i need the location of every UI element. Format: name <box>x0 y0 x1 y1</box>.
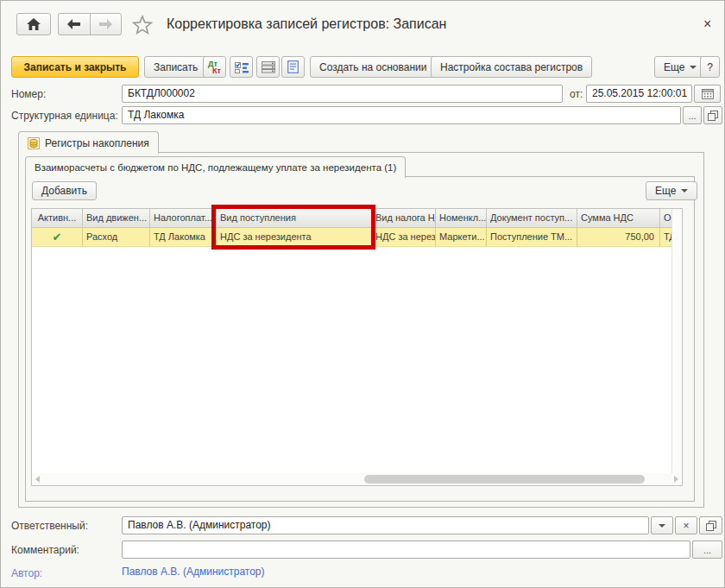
responsible-label: Ответственный: <box>11 517 88 535</box>
favorite-star-icon[interactable] <box>132 15 153 35</box>
author-label: Автор: <box>11 565 42 583</box>
back-arrow-icon <box>67 19 80 29</box>
register-list-button[interactable] <box>256 56 280 78</box>
tab-label: Взаиморасчеты с бюджетом по НДС, подлежа… <box>35 162 396 173</box>
tab-accumulation-registers[interactable]: Регистры накопления <box>18 131 159 154</box>
structural-unit-field[interactable]: ТД Лакомка <box>122 106 681 124</box>
column-header-vat-amount[interactable]: Сумма НДС <box>577 209 660 228</box>
help-button[interactable]: ? <box>700 56 720 78</box>
cell-movement-type[interactable]: Расход <box>83 228 150 247</box>
nav-group <box>58 13 122 35</box>
dt-kt-postings-button[interactable]: Дт Кт <box>203 56 226 78</box>
column-header-nomenclature[interactable]: Номенкл... <box>436 209 487 228</box>
coins-icon <box>28 137 40 149</box>
open-in-window-icon <box>706 521 716 531</box>
home-button[interactable] <box>16 13 51 35</box>
save-and-close-button[interactable]: Записать и закрыть <box>11 56 139 78</box>
scroll-right-icon[interactable] <box>674 476 678 483</box>
check-list-button[interactable] <box>230 56 253 78</box>
save-button[interactable]: Записать <box>144 56 207 78</box>
column-header-receipt-type[interactable]: Вид поступления <box>217 209 372 228</box>
toolbar-more-button[interactable]: Еще <box>654 56 706 78</box>
register-settings-button[interactable]: Настройка состава регистров <box>431 56 592 78</box>
register-records-table: Активн... Вид движен... Налогоплат... Ви… <box>31 208 683 486</box>
register-adjustment-window: Корректировка записей регистров: Записан… <box>0 0 725 588</box>
caret-down-icon <box>690 66 697 69</box>
cell-taxpayer[interactable]: ТД Лакомка <box>150 228 217 247</box>
column-header-taxpayer[interactable]: Налогоплат... <box>150 209 217 228</box>
cell-vat-amount[interactable]: 750,00 <box>577 228 660 247</box>
column-header-receipt-document[interactable]: Документ поступ... <box>487 209 577 228</box>
stacked-rows-icon <box>262 61 275 73</box>
dt-kt-icon: Дт Кт <box>208 60 221 74</box>
tab-label: Регистры накопления <box>45 137 149 149</box>
column-header-movement-type[interactable]: Вид движен... <box>83 209 150 228</box>
date-field[interactable]: 25.05.2015 12:00:01 <box>586 85 692 103</box>
back-button[interactable] <box>58 13 91 35</box>
vertical-scrollbar[interactable] <box>671 209 682 473</box>
checkbox-list-icon <box>235 61 249 73</box>
active-check-icon[interactable]: ✔ <box>32 228 83 247</box>
number-label: Номер: <box>11 85 46 104</box>
responsible-field[interactable]: Павлов А.В. (Администратор) <box>122 516 649 534</box>
document-icon <box>287 60 299 73</box>
forward-button[interactable] <box>90 13 123 35</box>
table-row[interactable]: ✔ Расход ТД Лакомка НДС за нерезидента Н… <box>32 228 682 247</box>
cell-vat-type[interactable]: НДС за нерезиде... <box>372 228 436 247</box>
cell-receipt-type[interactable]: НДС за нерезидента <box>217 228 372 247</box>
close-icon[interactable]: × <box>703 16 711 32</box>
document-report-button[interactable] <box>281 56 305 78</box>
caret-down-icon <box>659 524 665 528</box>
scroll-left-icon[interactable] <box>35 476 40 483</box>
table-header-row: Активн... Вид движен... Налогоплат... Ви… <box>32 209 682 228</box>
create-based-on-button[interactable]: Создать на основании <box>310 56 449 78</box>
cell-receipt-document[interactable]: Поступление ТМ... <box>487 228 577 247</box>
number-field[interactable]: БКТДЛ000002 <box>122 85 563 103</box>
page-title: Корректировка записей регистров: Записан <box>167 16 446 32</box>
date-label: от: <box>570 85 583 104</box>
add-row-button[interactable]: Добавить <box>32 181 97 200</box>
column-header-active[interactable]: Активн... <box>32 209 83 228</box>
tab-vat-settlements[interactable]: Взаиморасчеты с бюджетом по НДС, подлежа… <box>25 156 406 178</box>
calendar-icon <box>702 89 714 99</box>
date-picker-button[interactable] <box>694 85 721 103</box>
horizontal-scrollbar[interactable] <box>32 473 682 485</box>
comment-more-button[interactable]: ... <box>692 541 722 559</box>
responsible-clear-button[interactable]: × <box>675 516 697 534</box>
home-icon <box>27 18 41 30</box>
author-link[interactable]: Павлов А.В. (Администратор) <box>122 566 265 578</box>
comment-label: Комментарий: <box>11 541 79 560</box>
structural-unit-label: Структурная единица: <box>11 107 118 125</box>
caret-down-icon <box>681 189 688 193</box>
forward-arrow-icon <box>99 19 112 29</box>
responsible-open-button[interactable] <box>699 516 722 534</box>
structural-unit-open-button[interactable] <box>703 106 722 124</box>
table-more-button[interactable]: Еще <box>646 181 697 200</box>
structural-unit-select-button[interactable]: ... <box>683 106 702 124</box>
open-in-window-icon <box>708 111 718 121</box>
comment-field[interactable] <box>122 541 690 559</box>
responsible-dropdown-button[interactable] <box>651 516 673 534</box>
cell-nomenclature[interactable]: Маркети... <box>436 228 487 247</box>
horizontal-scrollbar-thumb[interactable] <box>364 475 645 484</box>
column-header-vat-type[interactable]: Вид налога НДС <box>372 209 436 228</box>
